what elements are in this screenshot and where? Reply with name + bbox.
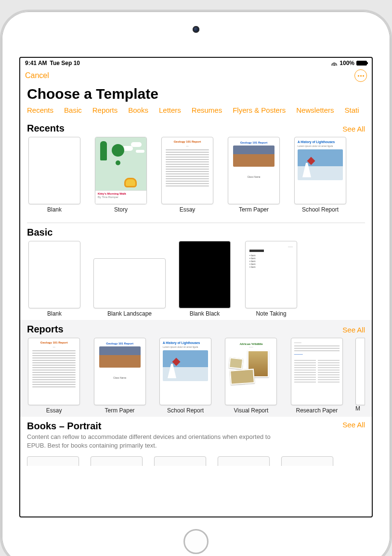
template-story[interactable]: Kitty's Morning Walk By Tina Romper Stor… (93, 137, 148, 213)
see-all-books[interactable]: See All (342, 421, 365, 429)
template-school-report-reports[interactable]: A History of Lighthouses Lorem ipsum dol… (158, 338, 212, 414)
category-basic[interactable]: Basic (64, 106, 82, 114)
template-thumb: A History of Lighthouses Lorem ipsum dol… (294, 137, 346, 204)
see-all-recents[interactable]: See All (342, 125, 365, 133)
template-thumb[interactable] (154, 456, 206, 466)
template-label: Story (114, 206, 128, 213)
template-blank-black[interactable]: Blank Black (177, 241, 232, 317)
category-stationery[interactable]: Stati (345, 106, 359, 114)
template-research-paper[interactable]: ——— ——— Research Paper (290, 338, 344, 414)
template-thumb[interactable] (91, 456, 143, 466)
template-thumb: Geology 101 Report — (28, 338, 80, 405)
template-label: M (355, 405, 365, 412)
section-title-books: Books – Portrait (27, 421, 287, 432)
term-mini-author: Class Name (231, 175, 276, 178)
battery-percent: 100% (340, 60, 354, 66)
screen: 9:41 AM Tue Sep 10 100% Cancel Choose a … (19, 57, 373, 517)
essay-mini-title: Geology 101 Report (32, 341, 76, 344)
story-caption-sub: By Tina Romper (98, 196, 144, 199)
page-title: Choose a Template (20, 84, 372, 106)
template-list[interactable]: Recents See All Blank Kitty's Morning Wa… (20, 119, 372, 516)
visual-mini-title: African Wildlife (228, 342, 274, 346)
template-label: Note Taking (256, 310, 286, 317)
term-mini-author: Class Name (97, 376, 143, 379)
template-thumb: Geology 101 Report — (161, 137, 213, 204)
template-label: Blank (47, 206, 62, 213)
story-caption-title: Kitty's Morning Walk (98, 192, 144, 196)
template-blank-landscape[interactable]: Blank Landscape (93, 241, 166, 317)
template-visual-report[interactable]: African Wildlife —— Visual Report (224, 338, 278, 414)
template-label: Essay (46, 407, 62, 414)
template-term-paper-reports[interactable]: Geology 101 Report Class Name Term Paper (92, 338, 146, 414)
template-partial-next[interactable] (355, 338, 365, 405)
school-mini-sub: Lorem ipsum dolor sit amet ligula (163, 345, 208, 348)
template-essay-reports[interactable]: Geology 101 Report — Essay (27, 338, 81, 414)
section-subtitle-books: Content can reflow to accommodate differ… (27, 433, 287, 450)
ellipsis-icon (358, 75, 364, 77)
template-label: School Report (167, 407, 204, 414)
template-blank-basic[interactable]: Blank (27, 241, 82, 317)
home-button[interactable] (183, 529, 209, 554)
template-thumb (28, 137, 80, 204)
template-term-paper[interactable]: Geology 101 Report Class Name Term Paper (226, 137, 281, 213)
template-label: Term Paper (239, 206, 269, 213)
template-thumb: —— itemitemitemitemitem (245, 241, 297, 308)
category-reports[interactable]: Reports (92, 106, 118, 114)
term-mini-title: Geology 101 Report (231, 141, 276, 144)
template-thumb[interactable] (27, 456, 79, 466)
template-blank[interactable]: Blank (27, 137, 82, 213)
template-thumb: ——— ——— (291, 338, 343, 405)
template-thumb (93, 258, 166, 308)
category-letters[interactable]: Letters (159, 106, 181, 114)
status-date: Tue Sep 10 (50, 60, 80, 66)
section-reports: Reports See All Geology 101 Report — Ess… (20, 320, 372, 417)
school-mini-sub: Lorem ipsum dolor sit amet ligula (298, 145, 343, 147)
category-resumes[interactable]: Resumes (192, 106, 222, 114)
category-flyers-posters[interactable]: Flyers & Posters (233, 106, 286, 114)
section-basic: Basic Blank Blank Landscape Blank Black (20, 223, 372, 320)
essay-mini-title: Geology 101 Report (166, 140, 209, 143)
template-thumb (28, 241, 80, 308)
template-label: Research Paper (296, 407, 338, 414)
template-thumb: Geology 101 Report Class Name (228, 137, 280, 204)
see-all-reports[interactable]: See All (342, 326, 365, 334)
category-strip[interactable]: Recents Basic Reports Books Letters Resu… (20, 106, 372, 119)
status-time: 9:41 AM (25, 60, 47, 66)
nav-bar: Cancel (20, 67, 372, 84)
ipad-device-frame: 9:41 AM Tue Sep 10 100% Cancel Choose a … (0, 10, 392, 556)
section-title-reports: Reports (27, 324, 64, 335)
template-label: Visual Report (234, 407, 269, 414)
more-options-button[interactable] (354, 69, 367, 82)
school-mini-title: A History of Lighthouses (298, 140, 343, 144)
template-essay[interactable]: Geology 101 Report — Essay (160, 137, 215, 213)
template-label: Term Paper (105, 407, 135, 414)
template-school-report[interactable]: A History of Lighthouses Lorem ipsum dol… (293, 137, 348, 213)
template-thumb: Kitty's Morning Walk By Tina Romper (95, 137, 147, 204)
template-thumb: Geology 101 Report Class Name (94, 338, 146, 405)
template-label: School Report (302, 206, 339, 213)
template-label: Blank (47, 310, 62, 317)
section-recents: Recents See All Blank Kitty's Morning Wa… (20, 119, 372, 216)
section-title-basic: Basic (27, 227, 52, 238)
template-thumb: A History of Lighthouses Lorem ipsum dol… (159, 338, 211, 405)
category-recents[interactable]: Recents (27, 106, 53, 114)
template-thumb[interactable] (218, 456, 270, 466)
template-thumb: African Wildlife —— (225, 338, 277, 405)
template-label: Blank Black (190, 310, 220, 317)
cancel-button[interactable]: Cancel (25, 71, 49, 80)
battery-icon (356, 61, 367, 66)
school-mini-title: A History of Lighthouses (163, 341, 208, 344)
status-bar: 9:41 AM Tue Sep 10 100% (20, 58, 372, 67)
template-thumb[interactable] (281, 456, 333, 466)
front-camera (193, 26, 199, 33)
template-note-taking[interactable]: —— itemitemitemitemitem Note Taking (244, 241, 299, 317)
wifi-icon (331, 61, 338, 66)
category-newsletters[interactable]: Newsletters (296, 106, 334, 114)
template-label: Blank Landscape (107, 310, 152, 317)
section-title-recents: Recents (27, 123, 65, 134)
section-books-portrait: Books – Portrait Content can reflow to a… (20, 417, 372, 469)
template-label: Essay (180, 206, 196, 213)
template-thumb (179, 241, 231, 308)
category-books[interactable]: Books (128, 106, 148, 114)
term-mini-title: Geology 101 Report (97, 342, 143, 345)
